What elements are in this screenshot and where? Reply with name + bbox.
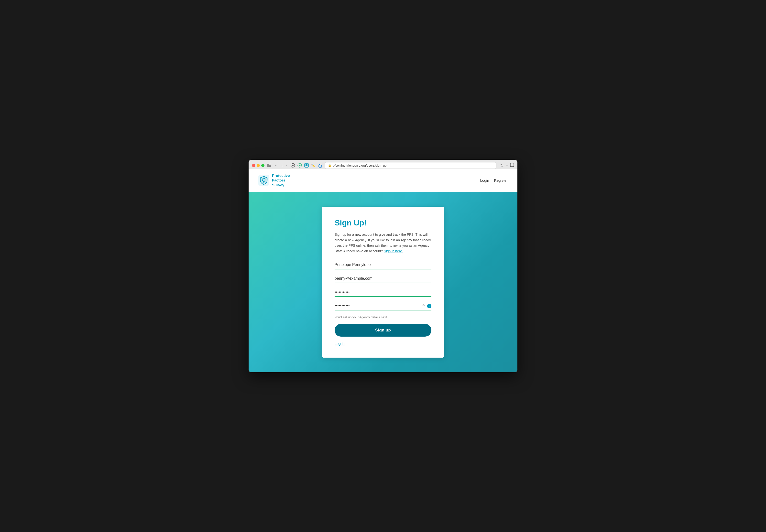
pencil-icon[interactable]: ✏️	[311, 163, 315, 168]
confirm-password-input[interactable]	[334, 302, 432, 310]
browser-toolbar: ▾ ‹ ›	[252, 162, 514, 169]
logo-area[interactable]: ProtectiveFactorsSurvey	[258, 173, 290, 188]
svg-rect-2	[269, 165, 271, 166]
password-icons: i	[421, 304, 432, 309]
browser-actions: +	[506, 163, 514, 168]
nav-buttons: ‹ ›	[280, 163, 288, 168]
svg-rect-17	[422, 306, 425, 308]
logo-text: ProtectiveFactorsSurvey	[272, 173, 290, 188]
signup-description-text: Sign up for a new account to give and tr…	[334, 233, 431, 253]
email-input[interactable]	[334, 274, 432, 283]
traffic-lights	[252, 164, 264, 167]
agency-hint: You'll set up your Agency details next.	[334, 315, 432, 319]
sidebar-toggle-icon[interactable]	[267, 163, 271, 168]
name-field-group	[334, 261, 432, 269]
svg-rect-0	[267, 164, 268, 167]
site-header: ProtectiveFactorsSurvey Login Register	[248, 169, 518, 192]
password-input[interactable]	[334, 288, 432, 297]
signup-card: Sign Up! Sign up for a new account to gi…	[322, 207, 444, 358]
svg-rect-9	[305, 164, 307, 166]
minimize-traffic-light[interactable]	[257, 164, 260, 167]
log-in-link[interactable]: Log in	[334, 341, 344, 346]
recorder-icon[interactable]	[304, 163, 309, 168]
forward-button[interactable]: ›	[285, 163, 288, 168]
recents-icon[interactable]	[290, 163, 295, 168]
svg-point-5	[292, 165, 293, 166]
register-nav-link[interactable]: Register	[494, 178, 508, 182]
info-icon[interactable]: i	[427, 304, 432, 308]
svg-marker-7	[299, 165, 301, 166]
password-field-group	[334, 288, 432, 297]
svg-rect-11	[510, 163, 514, 167]
svg-rect-10	[319, 165, 322, 167]
browser-window: ▾ ‹ ›	[248, 160, 518, 372]
play-icon[interactable]	[297, 163, 302, 168]
main-content: Sign Up! Sign up for a new account to gi…	[248, 192, 518, 372]
confirm-password-field-group: i	[334, 302, 432, 310]
close-traffic-light[interactable]	[252, 164, 255, 167]
svg-rect-12	[511, 164, 513, 166]
page-content: ProtectiveFactorsSurvey Login Register S…	[248, 169, 518, 372]
maximize-traffic-light[interactable]	[261, 164, 264, 167]
login-nav-link[interactable]: Login	[480, 178, 489, 182]
email-field-group	[334, 274, 432, 283]
signup-button[interactable]: Sign up	[334, 324, 432, 337]
full-name-input[interactable]	[334, 261, 432, 269]
logo-icon	[258, 175, 269, 186]
reload-button[interactable]: ↻	[500, 163, 504, 168]
address-bar[interactable]: 🔒 pfsonline.friendsnrc.org/users/sign_up	[325, 162, 497, 169]
svg-rect-1	[269, 164, 271, 164]
signup-form: i You'll set up your Agency details next…	[334, 261, 432, 341]
signup-description: Sign up for a new account to give and tr…	[334, 232, 432, 254]
url-text: pfsonline.friendsnrc.org/users/sign_up	[333, 164, 387, 167]
lock-badge-icon[interactable]	[318, 163, 322, 168]
signup-title: Sign Up!	[334, 218, 432, 227]
site-nav: Login Register	[480, 178, 508, 182]
chevron-down-icon[interactable]: ▾	[274, 163, 278, 168]
new-tab-button[interactable]: +	[506, 163, 508, 168]
address-lock-icon: 🔒	[328, 164, 331, 167]
lock-icon	[421, 304, 426, 309]
svg-rect-3	[269, 166, 271, 167]
windows-button[interactable]	[510, 163, 514, 168]
back-button[interactable]: ‹	[280, 163, 284, 168]
browser-chrome: ▾ ‹ ›	[248, 160, 518, 169]
sign-in-here-link[interactable]: Sign in here.	[384, 249, 403, 253]
